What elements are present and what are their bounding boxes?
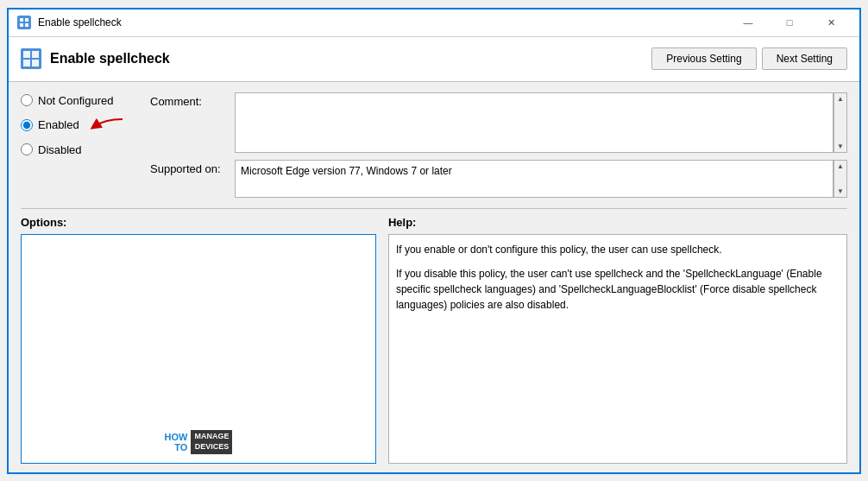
title-bar-left: Enable spellcheck	[17, 16, 122, 29]
disabled-label: Disabled	[38, 143, 82, 156]
maximize-button[interactable]: □	[770, 14, 809, 31]
title-bar: Enable spellcheck — □ ✕	[9, 9, 859, 37]
window-icon	[17, 16, 31, 29]
next-setting-button[interactable]: Next Setting	[762, 47, 847, 70]
svg-rect-5	[23, 51, 30, 58]
dialog-title: Enable spellcheck	[50, 51, 170, 66]
supported-value: Microsoft Edge version 77, Windows 7 or …	[235, 160, 833, 198]
title-controls: — □ ✕	[728, 14, 851, 31]
arrow-indicator	[88, 116, 129, 135]
content-area: Not Configured Enabled	[9, 82, 859, 472]
options-panel: Options: HOW TO MANAGE DEVICES	[21, 216, 376, 464]
enabled-label: Enabled	[38, 118, 79, 131]
help-title: Help:	[388, 216, 847, 229]
disabled-radio[interactable]	[21, 143, 33, 155]
header-icon	[21, 48, 41, 69]
scroll-up-arrow[interactable]: ▲	[835, 93, 846, 104]
supported-scroll-up[interactable]: ▲	[835, 161, 846, 172]
watermark-manage: MANAGE	[194, 432, 229, 442]
comment-label: Comment:	[150, 92, 228, 108]
help-paragraph-1: If you enable or don't configure this po…	[396, 242, 840, 257]
enabled-radio[interactable]	[21, 119, 33, 131]
minimize-button[interactable]: —	[728, 14, 768, 31]
right-section: Comment: ▲ ▼ Supported on: Microsoft Edg…	[150, 92, 847, 198]
options-title: Options:	[21, 216, 376, 229]
top-section: Not Configured Enabled	[9, 82, 859, 205]
radio-column: Not Configured Enabled	[21, 92, 142, 198]
help-paragraph-2: If you disable this policy, the user can…	[396, 266, 840, 313]
watermark: HOW TO MANAGE DEVICES	[165, 430, 233, 453]
watermark-how-text: HOW	[165, 432, 188, 442]
svg-rect-1	[25, 18, 28, 22]
supported-label: Supported on:	[150, 160, 228, 175]
supported-scroll-down[interactable]: ▼	[835, 186, 846, 197]
supported-scrollbar[interactable]: ▲ ▼	[833, 160, 847, 198]
options-box: HOW TO MANAGE DEVICES	[21, 234, 376, 464]
header-left: Enable spellcheck	[21, 48, 170, 69]
watermark-to-text: TO	[174, 442, 187, 453]
comment-textarea[interactable]	[235, 92, 833, 153]
help-box: If you enable or don't configure this po…	[388, 234, 847, 464]
svg-rect-7	[23, 60, 30, 66]
disabled-item: Disabled	[21, 143, 142, 156]
watermark-how-to: HOW TO	[165, 432, 188, 453]
main-window: Enable spellcheck — □ ✕ Enable spellchec…	[7, 8, 861, 474]
window-title: Enable spellcheck	[38, 16, 122, 28]
help-panel: Help: If you enable or don't configure t…	[388, 216, 847, 464]
svg-rect-6	[32, 51, 39, 58]
header-buttons: Previous Setting Next Setting	[651, 47, 847, 70]
not-configured-label: Not Configured	[38, 94, 113, 107]
close-button[interactable]: ✕	[811, 14, 851, 31]
svg-rect-0	[20, 18, 23, 22]
enabled-item: Enabled	[21, 116, 142, 135]
supported-box-wrapper: Microsoft Edge version 77, Windows 7 or …	[235, 160, 847, 198]
comment-scrollbar[interactable]: ▲ ▼	[833, 92, 847, 153]
not-configured-radio[interactable]	[21, 94, 33, 106]
svg-rect-3	[25, 23, 28, 27]
bottom-section: Options: HOW TO MANAGE DEVICES	[9, 209, 859, 472]
svg-rect-2	[20, 23, 23, 27]
watermark-devices: DEVICES	[194, 442, 229, 453]
not-configured-item: Not Configured	[21, 94, 142, 107]
watermark-box: MANAGE DEVICES	[191, 430, 232, 453]
svg-rect-8	[32, 60, 39, 66]
header-bar: Enable spellcheck Previous Setting Next …	[9, 37, 859, 82]
comment-textarea-wrapper: ▲ ▼	[235, 92, 847, 153]
supported-row: Supported on: Microsoft Edge version 77,…	[150, 160, 847, 198]
scroll-down-arrow[interactable]: ▼	[835, 141, 846, 152]
comment-row: Comment: ▲ ▼	[150, 92, 847, 153]
previous-setting-button[interactable]: Previous Setting	[651, 47, 756, 70]
